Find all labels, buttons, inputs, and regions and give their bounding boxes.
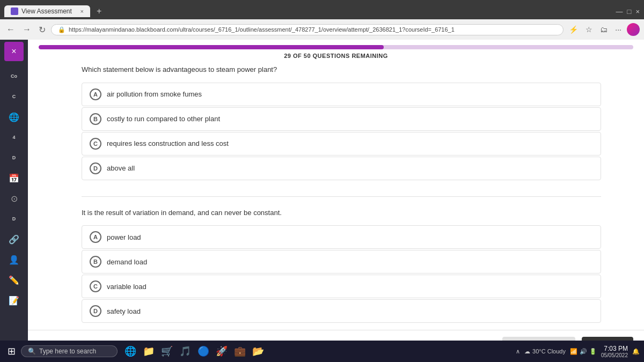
sidebar-item-pencil[interactable]: ✏️ [4,270,24,290]
tab-label: View Assessment [21,8,72,15]
nav-bar: ← → ↻ 🔒 https://malayanmindanao.blackboa… [0,19,644,40]
tab-bar: View Assessment × + — □ × [0,0,644,19]
questions-scroll[interactable]: Which statement below is advantageous to… [28,59,644,330]
option-circle-1c: C [90,138,101,150]
option-circle-2c: C [90,280,101,292]
option-circle-1b: B [90,113,101,125]
option-circle-1a: A [90,88,101,100]
taskbar-right: ∧ ☁ 30°C Cloudy 📶 🔊 🔋 7:03 PM 05/05/2022… [516,345,640,358]
date-display: 05/05/2022 [601,352,628,358]
question-text-1: Which statement below is advantageous to… [82,64,601,75]
start-button[interactable]: ⊞ [4,343,19,359]
taskbar-edge-icon[interactable]: 🌐 [122,343,139,360]
search-placeholder: Type here to search [39,348,96,355]
main-layout: × Co C 🌐 4 D 📅 ⊙ D 🔗 👤 ✏️ 📝 [0,40,644,362]
sidebar-close-button[interactable]: × [4,42,24,61]
browser-chrome: View Assessment × + — □ × ← → ↻ 🔒 https:… [0,0,644,40]
taskbar: ⊞ 🔍 Type here to search 🌐 📁 🛒 🎵 🔵 🚀 💼 📂 … [0,341,644,362]
collections-button[interactable]: 🗂 [598,24,610,35]
option-text-1d: above all [107,164,135,172]
refresh-button[interactable]: ↻ [36,24,48,36]
option-2c[interactable]: C variable load [82,275,601,298]
minimize-icon[interactable]: — [616,8,623,16]
option-text-1c: requires less construction and less cost [107,139,229,147]
sidebar-item-note[interactable]: 📝 [4,291,24,310]
close-x-label: × [11,47,16,56]
favorites-button[interactable]: ☆ [583,24,595,35]
question-block-2: It is the result of variation in demand,… [82,208,601,323]
sidebar-item-d[interactable]: D [4,148,24,167]
option-circle-2a: A [90,231,101,243]
sidebar-item-c[interactable]: C [4,87,24,106]
taskbar-rocket-icon[interactable]: 🚀 [213,343,230,360]
option-text-2a: power load [107,233,141,241]
option-1d[interactable]: D above all [82,157,601,180]
search-icon: 🔍 [28,348,36,355]
option-text-2d: safety load [107,307,141,315]
profile-avatar[interactable] [627,23,640,36]
lock-icon: 🔒 [58,26,65,33]
option-text-1a: air pollution from smoke fumes [107,90,202,98]
sidebar-item-circle[interactable]: ⊙ [4,189,24,208]
options-list-1: A air pollution from smoke fumes B costl… [82,83,601,180]
sidebar-item-calendar[interactable]: 📅 [4,168,24,188]
sidebar-item-globe[interactable]: 🌐 [4,107,24,127]
volume-icon[interactable]: 🔊 [580,348,587,355]
taskbar-time: 7:03 PM 05/05/2022 [601,345,628,358]
taskbar-file-icon[interactable]: 📁 [140,343,157,360]
option-circle-2b: B [90,256,101,268]
back-button[interactable]: ← [4,24,17,35]
progress-current: 29 [284,53,291,59]
notification-icon[interactable]: 🔔 [632,348,640,355]
taskbar-folder-icon[interactable]: 📂 [250,343,267,360]
more-button[interactable]: ··· [613,24,624,35]
forward-button[interactable]: → [20,24,33,35]
new-tab-button[interactable]: + [92,5,106,17]
option-2b[interactable]: B demand load [82,250,601,274]
active-tab[interactable]: View Assessment × [4,5,90,17]
nav-actions: ⚡ ☆ 🗂 ··· [567,23,640,36]
sidebar-item-person[interactable]: 👤 [4,250,24,269]
content-area: 29 OF 50 QUESTIONS REMAINING Which state… [28,40,644,362]
option-1a[interactable]: A air pollution from smoke fumes [82,83,601,106]
cloud-icon: ☁ [524,348,530,355]
progress-section: 29 OF 50 QUESTIONS REMAINING [28,40,644,59]
weather-text: 30°C Cloudy [532,348,566,354]
network-icon[interactable]: 📶 [570,348,577,355]
progress-label: OF 50 QUESTIONS REMAINING [293,53,388,59]
option-text-2c: variable load [107,283,147,291]
progress-bar-container [39,45,633,49]
taskbar-teams-icon[interactable]: 💼 [231,343,248,360]
option-1c[interactable]: C requires less construction and less co… [82,132,601,156]
taskbar-search[interactable]: 🔍 Type here to search [21,345,118,357]
question-text-2: It is the result of variation in demand,… [82,208,601,218]
extensions-button[interactable]: ⚡ [567,24,580,35]
taskbar-up-icon[interactable]: ∧ [516,348,520,355]
tab-favicon [11,8,18,15]
taskbar-apps: 🌐 📁 🛒 🎵 🔵 🚀 💼 📂 [122,343,267,360]
taskbar-browser-icon[interactable]: 🔵 [195,343,212,360]
option-text-1b: costly to run compared to other plant [107,115,220,123]
progress-text: 29 OF 50 QUESTIONS REMAINING [39,53,633,59]
option-2a[interactable]: A power load [82,225,601,249]
taskbar-store-icon[interactable]: 🛒 [158,343,175,360]
sidebar-item-co[interactable]: Co [4,67,24,86]
option-2d[interactable]: D safety load [82,299,601,323]
sidebar-item-d2[interactable]: D [4,209,24,228]
address-bar[interactable]: 🔒 https://malayanmindanao.blackboard.com… [51,24,564,35]
option-text-2b: demand load [107,258,147,266]
sidebar-item-4[interactable]: 4 [4,128,24,147]
option-circle-2d: D [90,305,101,317]
time-display: 7:03 PM [601,345,628,352]
sidebar-item-link[interactable]: 🔗 [4,230,24,249]
taskbar-sys-icons: 📶 🔊 🔋 [570,348,597,355]
maximize-icon[interactable]: □ [627,8,632,16]
option-circle-1d: D [90,162,101,174]
option-1b[interactable]: B costly to run compared to other plant [82,107,601,131]
window-close-icon[interactable]: × [635,8,640,16]
battery-icon[interactable]: 🔋 [589,348,597,355]
question-divider [82,196,601,197]
question-block-1: Which statement below is advantageous to… [82,64,601,180]
tab-close-icon[interactable]: × [80,8,84,14]
taskbar-music-icon[interactable]: 🎵 [177,343,194,360]
